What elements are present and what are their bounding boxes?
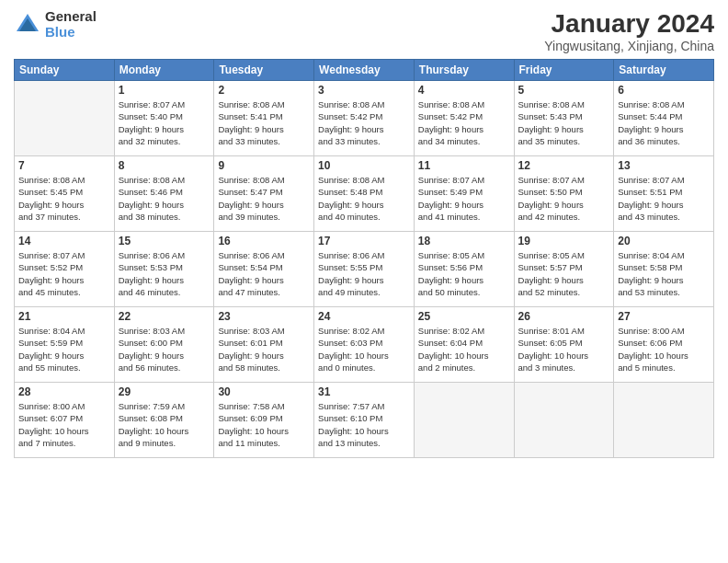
- day-number: 22: [119, 310, 210, 323]
- day-cell: 21Sunrise: 8:04 AMSunset: 5:59 PMDayligh…: [15, 307, 115, 383]
- day-number: 10: [318, 159, 410, 172]
- day-cell: 29Sunrise: 7:59 AMSunset: 6:08 PMDayligh…: [114, 383, 214, 458]
- logo-blue: Blue: [45, 25, 97, 40]
- day-info: Sunrise: 8:08 AMSunset: 5:43 PMDaylight:…: [518, 98, 610, 147]
- week-row-2: 7Sunrise: 8:08 AMSunset: 5:45 PMDaylight…: [15, 156, 714, 232]
- day-number: 24: [318, 310, 410, 323]
- day-number: 5: [518, 84, 610, 97]
- logo-text: General Blue: [45, 9, 97, 40]
- day-cell: [514, 383, 614, 458]
- day-number: 3: [318, 84, 410, 97]
- day-number: 2: [218, 84, 310, 97]
- day-info: Sunrise: 8:08 AMSunset: 5:45 PMDaylight:…: [18, 174, 110, 223]
- day-cell: 17Sunrise: 8:06 AMSunset: 5:55 PMDayligh…: [314, 232, 415, 307]
- day-info: Sunrise: 8:02 AMSunset: 6:04 PMDaylight:…: [418, 325, 510, 373]
- day-cell: 18Sunrise: 8:05 AMSunset: 5:56 PMDayligh…: [414, 232, 514, 307]
- day-number: 28: [18, 385, 110, 398]
- day-info: Sunrise: 8:08 AMSunset: 5:42 PMDaylight:…: [418, 98, 510, 147]
- day-number: 27: [618, 310, 710, 323]
- day-cell: 25Sunrise: 8:02 AMSunset: 6:04 PMDayligh…: [414, 307, 514, 383]
- week-row-3: 14Sunrise: 8:07 AMSunset: 5:52 PMDayligh…: [15, 232, 714, 307]
- day-number: 19: [518, 235, 610, 247]
- header-day-friday: Friday: [514, 60, 614, 81]
- day-cell: [414, 383, 514, 458]
- day-cell: 23Sunrise: 8:03 AMSunset: 6:01 PMDayligh…: [214, 307, 314, 383]
- day-number: 12: [518, 159, 610, 172]
- logo-general: General: [45, 9, 97, 25]
- day-cell: 30Sunrise: 7:58 AMSunset: 6:09 PMDayligh…: [214, 383, 314, 458]
- day-info: Sunrise: 8:06 AMSunset: 5:53 PMDaylight:…: [119, 249, 210, 298]
- day-number: 30: [218, 385, 310, 398]
- day-info: Sunrise: 8:07 AMSunset: 5:50 PMDaylight:…: [518, 174, 610, 223]
- day-number: 11: [418, 159, 510, 172]
- day-cell: 8Sunrise: 8:08 AMSunset: 5:46 PMDaylight…: [114, 156, 214, 232]
- day-info: Sunrise: 8:01 AMSunset: 6:05 PMDaylight:…: [518, 325, 610, 373]
- day-info: Sunrise: 8:07 AMSunset: 5:52 PMDaylight:…: [18, 249, 110, 298]
- day-cell: 13Sunrise: 8:07 AMSunset: 5:51 PMDayligh…: [614, 156, 714, 232]
- day-number: 16: [218, 235, 310, 247]
- day-info: Sunrise: 8:07 AMSunset: 5:49 PMDaylight:…: [418, 174, 510, 223]
- day-info: Sunrise: 8:06 AMSunset: 5:54 PMDaylight:…: [218, 249, 310, 298]
- day-cell: 16Sunrise: 8:06 AMSunset: 5:54 PMDayligh…: [214, 232, 314, 307]
- day-cell: 27Sunrise: 8:00 AMSunset: 6:06 PMDayligh…: [614, 307, 714, 383]
- day-info: Sunrise: 7:57 AMSunset: 6:10 PMDaylight:…: [318, 400, 410, 449]
- day-cell: 31Sunrise: 7:57 AMSunset: 6:10 PMDayligh…: [314, 383, 415, 458]
- day-cell: [614, 383, 714, 458]
- day-number: 26: [518, 310, 610, 323]
- day-cell: 5Sunrise: 8:08 AMSunset: 5:43 PMDaylight…: [514, 81, 614, 156]
- day-info: Sunrise: 8:08 AMSunset: 5:42 PMDaylight:…: [318, 98, 410, 147]
- day-cell: 1Sunrise: 8:07 AMSunset: 5:40 PMDaylight…: [114, 81, 214, 156]
- day-number: 7: [18, 159, 110, 172]
- day-cell: 11Sunrise: 8:07 AMSunset: 5:49 PMDayligh…: [414, 156, 514, 232]
- day-number: 21: [18, 310, 110, 323]
- day-cell: 7Sunrise: 8:08 AMSunset: 5:45 PMDaylight…: [15, 156, 115, 232]
- day-number: 29: [119, 385, 210, 398]
- day-cell: 9Sunrise: 8:08 AMSunset: 5:47 PMDaylight…: [214, 156, 314, 232]
- header-day-saturday: Saturday: [614, 60, 714, 81]
- month-title: January 2024: [544, 9, 714, 39]
- day-info: Sunrise: 8:00 AMSunset: 6:06 PMDaylight:…: [618, 325, 710, 373]
- day-number: 20: [618, 235, 710, 247]
- day-cell: 28Sunrise: 8:00 AMSunset: 6:07 PMDayligh…: [15, 383, 115, 458]
- day-cell: 26Sunrise: 8:01 AMSunset: 6:05 PMDayligh…: [514, 307, 614, 383]
- day-number: 25: [418, 310, 510, 323]
- day-number: 17: [318, 235, 410, 247]
- day-info: Sunrise: 8:07 AMSunset: 5:51 PMDaylight:…: [618, 174, 710, 223]
- day-number: 15: [119, 235, 210, 247]
- header-area: General Blue January 2024 Yingwusitang, …: [14, 9, 714, 53]
- header-day-monday: Monday: [114, 60, 214, 81]
- day-number: 9: [218, 159, 310, 172]
- title-area: January 2024 Yingwusitang, Xinjiang, Chi…: [544, 9, 714, 53]
- day-cell: 4Sunrise: 8:08 AMSunset: 5:42 PMDaylight…: [414, 81, 514, 156]
- day-number: 23: [218, 310, 310, 323]
- day-info: Sunrise: 8:07 AMSunset: 5:40 PMDaylight:…: [119, 98, 210, 147]
- page: General Blue January 2024 Yingwusitang, …: [0, 0, 728, 563]
- day-info: Sunrise: 8:08 AMSunset: 5:41 PMDaylight:…: [218, 98, 310, 147]
- day-info: Sunrise: 7:58 AMSunset: 6:09 PMDaylight:…: [218, 400, 310, 449]
- week-row-5: 28Sunrise: 8:00 AMSunset: 6:07 PMDayligh…: [15, 383, 714, 458]
- location-title: Yingwusitang, Xinjiang, China: [544, 39, 714, 53]
- day-info: Sunrise: 8:08 AMSunset: 5:44 PMDaylight:…: [618, 98, 710, 147]
- day-info: Sunrise: 8:08 AMSunset: 5:47 PMDaylight:…: [218, 174, 310, 223]
- day-cell: [15, 81, 115, 156]
- day-info: Sunrise: 8:02 AMSunset: 6:03 PMDaylight:…: [318, 325, 410, 373]
- header-day-thursday: Thursday: [414, 60, 514, 81]
- day-info: Sunrise: 8:00 AMSunset: 6:07 PMDaylight:…: [18, 400, 110, 449]
- day-number: 14: [18, 235, 110, 247]
- day-info: Sunrise: 8:08 AMSunset: 5:48 PMDaylight:…: [318, 174, 410, 223]
- day-number: 6: [618, 84, 710, 97]
- day-info: Sunrise: 8:06 AMSunset: 5:55 PMDaylight:…: [318, 249, 410, 298]
- day-cell: 2Sunrise: 8:08 AMSunset: 5:41 PMDaylight…: [214, 81, 314, 156]
- day-number: 4: [418, 84, 510, 97]
- day-cell: 6Sunrise: 8:08 AMSunset: 5:44 PMDaylight…: [614, 81, 714, 156]
- day-cell: 12Sunrise: 8:07 AMSunset: 5:50 PMDayligh…: [514, 156, 614, 232]
- day-number: 18: [418, 235, 510, 247]
- week-row-1: 1Sunrise: 8:07 AMSunset: 5:40 PMDaylight…: [15, 81, 714, 156]
- logo-icon: [14, 11, 41, 39]
- calendar-table: SundayMondayTuesdayWednesdayThursdayFrid…: [14, 59, 714, 458]
- day-cell: 10Sunrise: 8:08 AMSunset: 5:48 PMDayligh…: [314, 156, 415, 232]
- header-day-sunday: Sunday: [15, 60, 115, 81]
- day-info: Sunrise: 8:08 AMSunset: 5:46 PMDaylight:…: [119, 174, 210, 223]
- day-number: 31: [318, 385, 410, 398]
- day-info: Sunrise: 8:03 AMSunset: 6:00 PMDaylight:…: [119, 325, 210, 373]
